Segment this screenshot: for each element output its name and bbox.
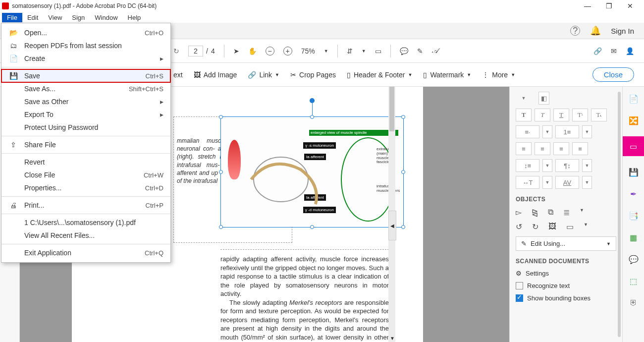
- combine-icon[interactable]: 🔀: [628, 114, 640, 126]
- menu-view[interactable]: View: [43, 13, 67, 22]
- zoom-dropdown-icon[interactable]: ▼: [324, 49, 328, 54]
- color-swatch[interactable]: ◧: [538, 92, 549, 105]
- bullet-list-icon[interactable]: ≡·: [516, 125, 539, 138]
- link-button[interactable]: 🔗Link▼: [248, 71, 279, 79]
- resize-handle-w[interactable]: [219, 170, 223, 174]
- notifications-icon[interactable]: 🔔: [590, 25, 601, 36]
- number-dd-icon[interactable]: ▼: [582, 125, 592, 138]
- close-edit-button[interactable]: Close: [592, 67, 634, 82]
- comments-icon[interactable]: 💬: [628, 253, 640, 265]
- redo-partial-icon[interactable]: ↻: [173, 47, 179, 55]
- align-justify-icon[interactable]: ≡: [572, 142, 588, 155]
- recognize-text-row[interactable]: Recognize text: [516, 282, 616, 289]
- menu-viewrecent[interactable]: View All Recent Files...: [1, 229, 170, 242]
- page-number-input[interactable]: 2: [188, 46, 203, 57]
- add-text-label[interactable]: ext: [173, 71, 183, 79]
- comment-icon[interactable]: 💬: [400, 47, 408, 55]
- add-person-icon[interactable]: 👤: [626, 47, 634, 55]
- help-icon[interactable]: ?: [570, 26, 580, 36]
- shield-icon[interactable]: ⛨: [628, 297, 640, 309]
- line-spacing-icon[interactable]: ↕≡: [516, 159, 539, 172]
- align-right-icon[interactable]: ≡: [553, 142, 569, 155]
- superscript-icon[interactable]: T¹: [572, 109, 588, 121]
- cs-dd-icon[interactable]: ▼: [582, 176, 592, 189]
- menu-open[interactable]: 📂Open...Ctrl+O: [1, 26, 170, 39]
- menu-exportto[interactable]: Export To▸: [1, 108, 170, 121]
- ls-dd-icon[interactable]: ▼: [542, 159, 552, 172]
- menu-recent-1[interactable]: 1 C:\Users\...\somatosensory (1).pdf: [1, 216, 170, 229]
- sign-in-link[interactable]: Sign In: [611, 27, 634, 35]
- create-pdf-icon[interactable]: 📄: [628, 93, 640, 105]
- close-window-icon[interactable]: ✕: [627, 2, 633, 10]
- settings-row[interactable]: ⚙Settings: [516, 270, 616, 277]
- rotate-ccw-icon[interactable]: ↺: [516, 222, 522, 231]
- menu-revert[interactable]: Revert: [1, 156, 170, 169]
- align-objects-icon[interactable]: ≣: [563, 208, 570, 217]
- menu-protect[interactable]: Protect Using Password: [1, 121, 170, 134]
- resize-handle-n[interactable]: [310, 115, 314, 119]
- menu-print[interactable]: 🖨Print...Ctrl+P: [1, 199, 170, 212]
- scrollbar-thumb[interactable]: [389, 87, 394, 131]
- arrange-dd-icon[interactable]: ▼: [584, 222, 588, 231]
- crop-object-icon[interactable]: ⧉: [548, 208, 553, 217]
- body-text-block[interactable]: rapidly adapting afferent activity, musc…: [220, 249, 389, 342]
- showbb-checkbox[interactable]: [516, 294, 523, 302]
- menu-saveother[interactable]: Save as Other▸: [1, 95, 170, 108]
- show-bounding-row[interactable]: Show bounding boxes: [516, 294, 616, 302]
- zoom-out-icon[interactable]: −: [266, 47, 274, 56]
- add-image-button[interactable]: 🖼Add Image: [194, 71, 237, 79]
- fit-width-icon[interactable]: ⇵: [347, 47, 353, 55]
- pointer-icon[interactable]: ➤: [233, 47, 239, 55]
- menu-file[interactable]: File: [2, 13, 22, 22]
- rotation-handle[interactable]: [310, 98, 315, 103]
- maximize-icon[interactable]: ❐: [606, 2, 612, 10]
- recognize-checkbox[interactable]: [516, 282, 523, 289]
- organize-icon[interactable]: 📑: [628, 210, 640, 222]
- header-footer-button[interactable]: ▯Header & Footer▼: [347, 71, 412, 79]
- resize-handle-nw[interactable]: [219, 115, 223, 119]
- edit-pdf-icon[interactable]: ▭: [623, 136, 644, 156]
- hs-dd-icon[interactable]: ▼: [542, 176, 552, 189]
- share-link-icon[interactable]: 🔗: [593, 47, 602, 55]
- menu-reopen[interactable]: 🗂Reopen PDFs from last session: [1, 39, 170, 52]
- zoom-in-icon[interactable]: +: [283, 47, 292, 56]
- more-button[interactable]: ⋮More▼: [482, 71, 515, 79]
- scan-icon[interactable]: ▦: [628, 231, 640, 243]
- scroll-down-icon[interactable]: ▼: [390, 336, 395, 341]
- menu-window[interactable]: Window: [90, 13, 122, 22]
- arrange-icon[interactable]: ▭: [566, 222, 574, 231]
- horizontal-scale-icon[interactable]: ↔T: [516, 176, 539, 189]
- menu-exit[interactable]: Exit ApplicationCtrl+Q: [1, 246, 170, 259]
- edit-using-dropdown[interactable]: ✎ Edit Using... ▼: [516, 236, 616, 251]
- replace-image-icon[interactable]: 🖼: [548, 222, 556, 231]
- align-dd-icon[interactable]: ▼: [580, 208, 584, 217]
- fit-dropdown-icon[interactable]: ▼: [362, 49, 366, 54]
- flip-horizontal-icon[interactable]: ▻: [516, 208, 522, 217]
- subscript-icon[interactable]: T₁: [591, 109, 607, 121]
- menu-save[interactable]: 💾SaveCtrl+S: [1, 69, 170, 82]
- resize-handle-e[interactable]: [401, 170, 405, 174]
- page-number-control[interactable]: 2 / 4: [188, 46, 215, 57]
- resize-handle-s[interactable]: [310, 225, 314, 229]
- number-list-icon[interactable]: 1≡: [555, 125, 579, 138]
- align-center-icon[interactable]: ≡: [535, 142, 550, 155]
- resize-handle-sw[interactable]: [219, 225, 223, 229]
- resize-handle-ne[interactable]: [401, 115, 405, 119]
- para-spacing-icon[interactable]: ¶↕: [555, 159, 579, 172]
- protect-strip-icon[interactable]: ⬚: [628, 275, 640, 287]
- flip-vertical-icon[interactable]: ⧎: [532, 208, 538, 217]
- export-pdf-icon[interactable]: 💾: [628, 166, 640, 178]
- menu-properties[interactable]: Properties...Ctrl+D: [1, 181, 170, 194]
- underline-icon[interactable]: T: [553, 109, 569, 121]
- rotate-cw-icon[interactable]: ↻: [532, 222, 538, 231]
- watermark-button[interactable]: ▯Watermark▼: [423, 71, 471, 79]
- menu-closefile[interactable]: Close FileCtrl+W: [1, 169, 170, 181]
- highlight-icon[interactable]: ✎: [417, 47, 423, 55]
- minimize-icon[interactable]: —: [584, 2, 591, 10]
- menu-create[interactable]: 📄Create▸: [1, 52, 170, 65]
- font-dropdown-icon[interactable]: ▼: [516, 92, 532, 105]
- sign-icon[interactable]: 𝒜: [432, 47, 438, 55]
- align-left-icon[interactable]: ≡: [516, 142, 532, 155]
- zoom-level[interactable]: 75%: [301, 47, 315, 55]
- resize-handle-se[interactable]: [401, 225, 405, 229]
